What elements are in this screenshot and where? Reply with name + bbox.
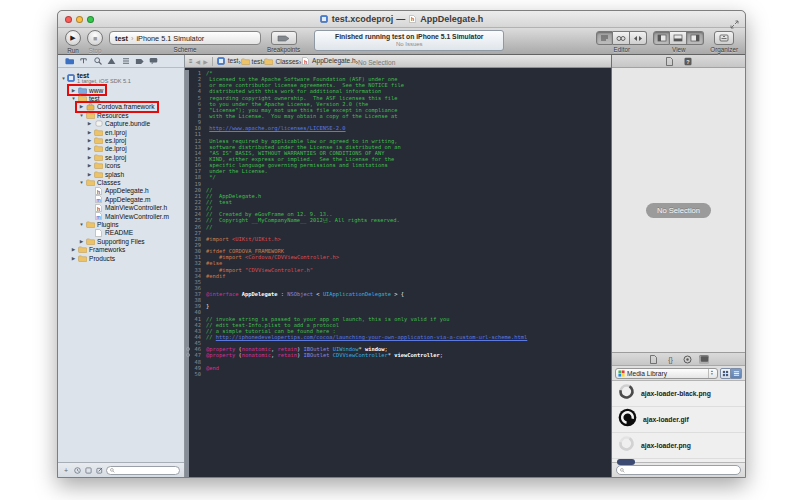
file-h-icon: h bbox=[301, 57, 310, 65]
navigator-panel-toggle[interactable] bbox=[653, 31, 670, 45]
breadcrumb-item[interactable]: test bbox=[241, 57, 263, 65]
breadcrumb-item[interactable]: Classes bbox=[264, 57, 298, 65]
disclosure-triangle-icon[interactable]: ▶ bbox=[79, 104, 84, 109]
grid-view-button[interactable] bbox=[720, 368, 731, 379]
tree-item-icons[interactable]: ▶ icons bbox=[58, 162, 184, 170]
outlet-connector-icon[interactable] bbox=[186, 353, 190, 357]
tree-item-en-lproj[interactable]: ▶ en.lproj bbox=[58, 128, 184, 136]
list-view-button[interactable] bbox=[731, 368, 742, 379]
unsaved-files-icon[interactable] bbox=[95, 466, 103, 474]
project-navigator-icon[interactable] bbox=[65, 57, 74, 66]
tree-item-supporting-files[interactable]: ▶ Supporting Files bbox=[58, 237, 184, 245]
breadcrumb-item[interactable]: No Selection bbox=[358, 59, 395, 66]
no-selection-badge: No Selection bbox=[646, 203, 711, 218]
organizer-button[interactable] bbox=[714, 31, 734, 45]
version-editor-button[interactable] bbox=[630, 31, 647, 45]
tree-item-cordova-framework[interactable]: ▶ Cordova.framework bbox=[58, 103, 184, 111]
media-item-ajax-loader-black-png[interactable]: ajax-loader-black.png bbox=[612, 381, 745, 407]
clock-icon[interactable] bbox=[73, 466, 81, 474]
breadcrumb-item[interactable]: test bbox=[217, 57, 239, 65]
disclosure-triangle-icon[interactable]: ▼ bbox=[79, 180, 84, 185]
tree-item-de-lproj[interactable]: ▶ de.lproj bbox=[58, 145, 184, 153]
zoom-window-button[interactable] bbox=[87, 16, 94, 23]
breadcrumb-item[interactable]: hAppDelegate.h bbox=[301, 57, 356, 65]
log-navigator-icon[interactable] bbox=[149, 57, 158, 66]
disclosure-triangle-icon[interactable]: ▶ bbox=[87, 138, 92, 143]
tree-item-mainviewcontroller-h[interactable]: h MainViewController.h bbox=[58, 203, 184, 211]
back-icon[interactable]: ◀ bbox=[196, 58, 201, 65]
tree-item-appdelegate-m[interactable]: m AppDelegate.m bbox=[58, 195, 184, 203]
library-search-field[interactable] bbox=[616, 465, 741, 475]
disclosure-triangle-icon[interactable]: ▶ bbox=[71, 88, 76, 93]
add-icon[interactable]: + bbox=[62, 466, 70, 474]
tree-item-resources[interactable]: ▼ Resources bbox=[58, 111, 184, 119]
breakpoints-button[interactable] bbox=[271, 31, 297, 45]
symbol-navigator-icon[interactable] bbox=[79, 57, 88, 66]
tree-item-products[interactable]: ▶ Products bbox=[58, 254, 184, 262]
stop-label: Stop bbox=[89, 47, 102, 54]
tree-item-splash[interactable]: ▶ splash bbox=[58, 170, 184, 178]
disclosure-triangle-icon[interactable]: ▶ bbox=[71, 256, 76, 261]
tree-item-test[interactable]: ▼ test bbox=[58, 94, 184, 102]
library-type-dropdown[interactable]: Media Library ▴▾ bbox=[615, 368, 718, 379]
source-editor[interactable]: ≡ ◀ ▶ test›test›Classes›hAppDelegate.h›N… bbox=[185, 55, 611, 477]
disclosure-triangle-icon[interactable]: ▶ bbox=[87, 172, 92, 177]
minimize-window-button[interactable] bbox=[76, 16, 83, 23]
disclosure-triangle-icon[interactable]: ▶ bbox=[79, 239, 84, 244]
breakpoint-navigator-icon[interactable] bbox=[135, 57, 144, 66]
disclosure-triangle-icon[interactable]: ▶ bbox=[87, 130, 92, 135]
media-item-ajax-loader-png[interactable]: ajax-loader.png bbox=[612, 433, 745, 459]
utilities-panel-toggle[interactable] bbox=[687, 31, 704, 45]
navigator-sidebar: ▼ test 1 target, iOS SDK 5.1 ▶ www ▼ tes… bbox=[58, 55, 185, 477]
forward-icon[interactable]: ▶ bbox=[203, 58, 208, 65]
run-button[interactable]: ▶ bbox=[65, 30, 81, 46]
file-inspector-icon[interactable] bbox=[664, 57, 674, 66]
tree-item-readme[interactable]: README bbox=[58, 229, 184, 237]
tree-item-frameworks[interactable]: ▶ Frameworks bbox=[58, 245, 184, 253]
file-h-icon: h bbox=[94, 187, 103, 195]
code-area[interactable]: 1234567891011121314151617181920212223242… bbox=[185, 68, 611, 477]
debug-panel-toggle[interactable] bbox=[670, 31, 687, 45]
related-items-menu-icon[interactable]: ≡ bbox=[189, 58, 193, 64]
navigator-filter-field[interactable] bbox=[106, 466, 180, 475]
disclosure-triangle-icon[interactable]: ▶ bbox=[71, 247, 76, 252]
tree-item-mainviewcontroller-m[interactable]: m MainViewController.m bbox=[58, 212, 184, 220]
stop-button[interactable]: ■ bbox=[87, 30, 103, 46]
scheme-selector[interactable]: test › iPhone 5.1 Simulator bbox=[109, 31, 261, 45]
media-item-ajax-loader-gif[interactable]: ajax-loader.gif bbox=[612, 407, 745, 433]
close-window-button[interactable] bbox=[65, 16, 72, 23]
issue-navigator-icon[interactable] bbox=[107, 57, 116, 66]
tree-item-appdelegate-h[interactable]: h AppDelegate.h bbox=[58, 187, 184, 195]
disclosure-triangle-icon[interactable]: ▶ bbox=[87, 146, 92, 151]
file-template-library-icon[interactable] bbox=[648, 355, 658, 364]
disclosure-triangle-icon[interactable]: ▶ bbox=[87, 163, 92, 168]
assistant-editor-button[interactable] bbox=[613, 31, 630, 45]
tree-item-es-lproj[interactable]: ▶ es.lproj bbox=[58, 136, 184, 144]
tree-item-project[interactable]: ▼ test 1 target, iOS SDK 5.1 bbox=[58, 70, 184, 86]
disclosure-triangle-icon[interactable]: ▼ bbox=[79, 113, 84, 118]
tree-item-se-lproj[interactable]: ▶ se.lproj bbox=[58, 153, 184, 161]
window-titlebar[interactable]: test.xcodeproj — h AppDelegate.h bbox=[58, 11, 745, 28]
inspector-pane: No Selection bbox=[612, 68, 745, 353]
quick-help-icon[interactable]: ? bbox=[683, 57, 693, 66]
tree-item-classes[interactable]: ▼ Classes bbox=[58, 178, 184, 186]
folder-icon bbox=[94, 128, 103, 136]
disclosure-triangle-icon[interactable]: ▼ bbox=[71, 96, 76, 101]
standard-editor-button[interactable] bbox=[596, 31, 613, 45]
tree-item-www[interactable]: ▶ www bbox=[58, 86, 184, 94]
search-navigator-icon[interactable] bbox=[93, 57, 102, 66]
scroll-thumb[interactable] bbox=[617, 459, 635, 465]
tree-item-plugins[interactable]: ▼ Plugins bbox=[58, 220, 184, 228]
scm-status-icon[interactable] bbox=[84, 466, 92, 474]
tree-item-capture-bundle[interactable]: ▶ Capture.bundle bbox=[58, 120, 184, 128]
line-number-gutter[interactable]: 1234567891011121314151617181920212223242… bbox=[189, 70, 203, 477]
disclosure-triangle-icon[interactable]: ▶ bbox=[87, 155, 92, 160]
disclosure-triangle-icon[interactable]: ▼ bbox=[79, 222, 84, 227]
debug-navigator-icon[interactable] bbox=[121, 57, 130, 66]
fullscreen-icon[interactable] bbox=[730, 15, 739, 24]
code-snippet-library-icon[interactable]: {} bbox=[665, 355, 675, 364]
disclosure-triangle-icon[interactable]: ▶ bbox=[87, 121, 92, 126]
object-library-icon[interactable] bbox=[682, 355, 692, 364]
media-library-icon[interactable] bbox=[699, 355, 709, 364]
outlet-connector-icon[interactable] bbox=[186, 347, 190, 351]
